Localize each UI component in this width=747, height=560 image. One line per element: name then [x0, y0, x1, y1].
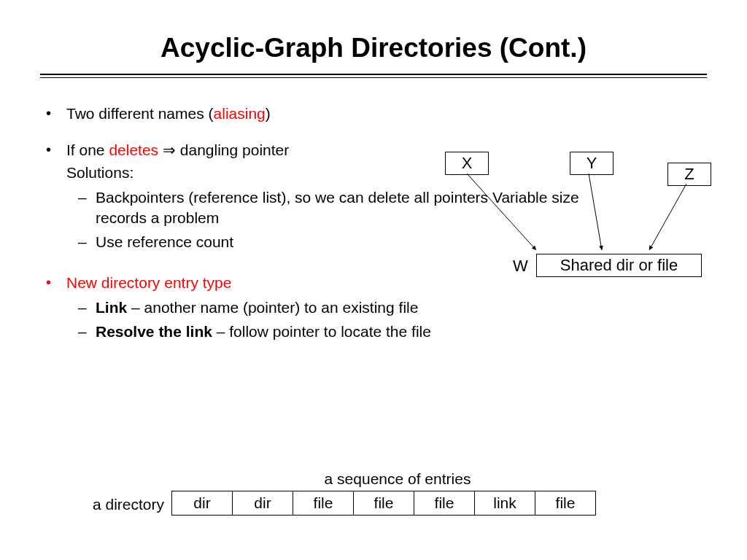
- seq-cell: dir: [233, 491, 293, 516]
- text-new-entry: New directory entry type: [66, 274, 231, 291]
- text: Two different names (: [66, 105, 214, 122]
- diagram: X Y Z Shared dir or file W: [427, 152, 715, 290]
- sequence-area: a sequence of entries a directory dir di…: [62, 470, 660, 516]
- arrows-svg: [427, 152, 715, 290]
- text-deletes: deletes: [109, 141, 158, 158]
- seq-cell: link: [475, 491, 535, 516]
- seq-cell: dir: [172, 491, 233, 516]
- seq-cell: file: [535, 491, 596, 516]
- slide: Acyclic-Graph Directories (Cont.) Two di…: [0, 33, 747, 560]
- text-link-bold: Link: [96, 299, 127, 316]
- sequence-caption: a sequence of entries: [186, 470, 609, 488]
- svg-line-1: [589, 174, 602, 250]
- sequence-label: a directory: [62, 493, 171, 513]
- seq-cell: file: [293, 491, 354, 516]
- svg-line-2: [649, 184, 686, 250]
- text: dangling pointer: [176, 141, 289, 158]
- seq-cell: file: [414, 491, 475, 516]
- implies-icon: ⇒: [163, 141, 176, 158]
- seq-cell: file: [354, 491, 414, 516]
- text: If one: [66, 141, 109, 158]
- text: – another name (pointer) to an existing …: [127, 299, 418, 316]
- slide-title: Acyclic-Graph Directories (Cont.): [0, 33, 747, 63]
- sequence-table: dir dir file file file link file: [171, 491, 596, 516]
- text-aliasing: aliasing: [214, 105, 266, 122]
- svg-line-0: [467, 174, 536, 250]
- text: – follow pointer to locate the file: [212, 323, 431, 340]
- title-rule: [40, 74, 707, 78]
- bullet-aliasing: Two different names (aliasing): [40, 104, 580, 124]
- text-resolve-bold: Resolve the link: [96, 323, 212, 340]
- subbullet-resolve: Resolve the link – follow pointer to loc…: [66, 322, 580, 342]
- text: ): [266, 105, 271, 122]
- subbullet-link: Link – another name (pointer) to an exis…: [66, 298, 580, 318]
